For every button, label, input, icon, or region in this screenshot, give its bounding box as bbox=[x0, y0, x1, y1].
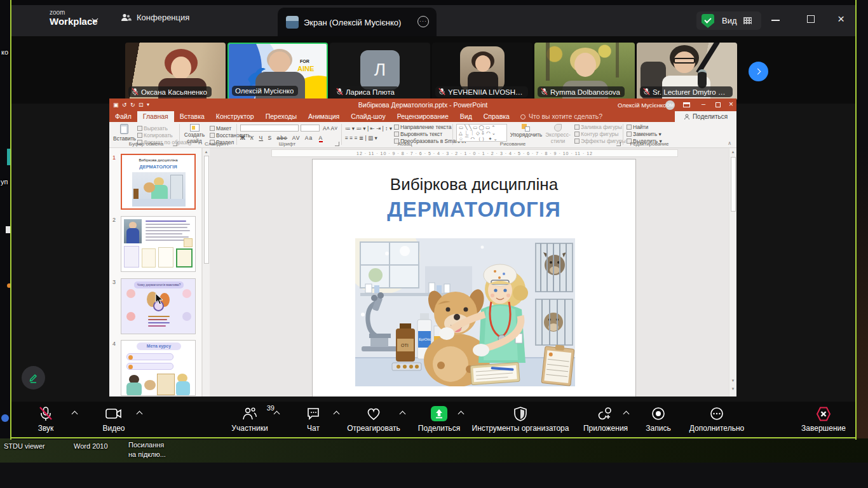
quick-styles-button[interactable]: Экспресс-стили bbox=[544, 124, 572, 144]
end-meeting-button[interactable]: Завершение bbox=[793, 405, 854, 433]
ppt-account-avatar[interactable]: ОМ bbox=[665, 100, 675, 110]
tab-design[interactable]: Конструктор bbox=[210, 111, 260, 122]
desktop-icon-label-word[interactable]: Word 2010 bbox=[74, 442, 108, 450]
tab-help[interactable]: Справка bbox=[478, 111, 515, 122]
shape-outline-button[interactable]: Контур фигуры bbox=[574, 131, 618, 137]
char-spacing-button[interactable]: AV bbox=[292, 135, 301, 141]
italic-button[interactable]: К bbox=[250, 135, 254, 141]
change-case-button[interactable]: Aa bbox=[305, 135, 313, 141]
more-button[interactable]: Дополнительно bbox=[682, 405, 751, 433]
slide-subtitle[interactable]: Вибіркова дисципліна bbox=[313, 175, 635, 194]
end-icon bbox=[815, 407, 832, 421]
slide-title[interactable]: ДЕРМАТОЛОГІЯ bbox=[313, 198, 635, 222]
ppt-restore-button[interactable] bbox=[715, 102, 721, 107]
text-direction-button[interactable]: Направление текста bbox=[394, 124, 452, 130]
more-icon bbox=[710, 407, 724, 421]
paste-button[interactable]: Вставить bbox=[113, 124, 135, 142]
slide-canvas[interactable]: Вибіркова дисципліна ДЕРМАТОЛОГІЯ bbox=[313, 159, 635, 396]
desktop-icon-label-link[interactable]: Посилання bbox=[128, 441, 164, 449]
ellipsis-icon[interactable]: ··· bbox=[417, 16, 429, 27]
chat-button[interactable]: Чат bbox=[295, 405, 332, 433]
video-tile[interactable]: Rymma Dolbanosova bbox=[534, 43, 635, 100]
video-tile[interactable]: YEVHENIIA LIVOSHC... bbox=[432, 43, 532, 100]
gallery-grid-icon[interactable] bbox=[743, 17, 752, 24]
ppt-minimize-button[interactable]: – bbox=[702, 100, 705, 107]
tab-screen-share[interactable]: Экран (Олексій Мусієнко) ··· bbox=[278, 8, 437, 36]
editor-scrollbar[interactable]: ▴ ▾ ▾ bbox=[729, 148, 736, 396]
view-button[interactable]: Вид bbox=[722, 16, 737, 25]
shadow-button[interactable]: S bbox=[268, 135, 273, 141]
collapse-ribbon-icon[interactable]: ∧ bbox=[728, 140, 731, 146]
video-tile[interactable]: Л Лариса Плюта bbox=[330, 43, 430, 100]
slide-illustration[interactable]: OTI EpiOtic bbox=[355, 238, 575, 386]
layout-button[interactable]: Макет bbox=[210, 125, 231, 132]
video-options-chevron[interactable] bbox=[137, 411, 143, 417]
video-tile[interactable]: Оксана Касьяненко bbox=[125, 43, 226, 100]
scroll-up-icon[interactable]: ▴ bbox=[203, 149, 210, 154]
align-row[interactable]: ≡ ≡ ≡ ≣ | ▥ ▾ bbox=[345, 135, 377, 141]
grow-font-button[interactable]: A˄ A˅ bbox=[323, 125, 337, 132]
group-editing: Редактирование bbox=[618, 141, 681, 147]
ppt-share-button[interactable]: Поделиться bbox=[693, 113, 728, 120]
ribbon-display-icon[interactable] bbox=[683, 102, 690, 107]
cut-button[interactable]: Вырезать bbox=[137, 125, 168, 132]
desktop-icon-label-stdu[interactable]: STDU viewer bbox=[4, 442, 45, 450]
tab-file[interactable]: Файл bbox=[109, 111, 137, 122]
audio-button[interactable]: Звук bbox=[25, 405, 66, 433]
participants-icon bbox=[242, 407, 257, 421]
annotate-button[interactable] bbox=[22, 366, 45, 390]
ppt-close-button[interactable]: × bbox=[729, 100, 733, 109]
underline-button[interactable]: Ч bbox=[259, 135, 263, 141]
thumbnail-scrollbar[interactable]: ▴ bbox=[202, 148, 210, 396]
dialog-launcher-icon[interactable] bbox=[335, 142, 339, 146]
next-slide-icon[interactable]: ▾ bbox=[729, 386, 736, 391]
bold-button[interactable]: Ж bbox=[240, 135, 246, 141]
slide-thumbnail-2[interactable] bbox=[121, 216, 196, 272]
ppt-share-area[interactable]: Поделиться bbox=[675, 111, 736, 122]
react-button[interactable]: Отреагировать bbox=[337, 405, 410, 433]
tell-me-box[interactable]: Что вы хотите сделать? bbox=[529, 111, 608, 122]
shape-fill-button[interactable]: Заливка фигуры bbox=[574, 124, 622, 130]
copy-button[interactable]: Копировать bbox=[137, 132, 173, 139]
tab-view[interactable]: Вид bbox=[454, 111, 478, 122]
ppt-account-name[interactable]: Олексій Мусієнко bbox=[618, 102, 666, 109]
audio-options-chevron[interactable] bbox=[72, 411, 78, 417]
tab-review[interactable]: Рецензирование bbox=[391, 111, 454, 122]
video-tile[interactable]: Sr. Lecturer Dmytro K... bbox=[637, 43, 737, 100]
shapes-gallery[interactable]: ▭ ╲ ╲ ▭ ◯ ▭ ⌃△ ⎿ ⏋ ◇ ⇩ ◠ ⌄☆ ⌒ ◠ （ ） ✦ ⌄ bbox=[456, 124, 507, 142]
desktop-icon-label-link2[interactable]: на підклю... bbox=[128, 451, 166, 458]
tab-animations[interactable]: Анимация bbox=[302, 111, 345, 122]
tab-insert[interactable]: Вставка bbox=[174, 111, 210, 122]
record-button[interactable]: Запись bbox=[639, 405, 677, 433]
arrange-button[interactable]: Упорядочить bbox=[510, 124, 543, 138]
close-button[interactable]: × bbox=[837, 12, 844, 26]
font-size-select[interactable] bbox=[301, 125, 320, 132]
slide-thumbnail-4[interactable]: Мета курсу bbox=[121, 340, 196, 396]
lists-row[interactable]: ≔ ▾ ≕ ▾ | ⇤ ⇥ | ↕ ▾ bbox=[345, 125, 392, 132]
scroll-up-icon[interactable]: ▴ bbox=[729, 149, 736, 154]
tab-transitions[interactable]: Переходы bbox=[260, 111, 302, 122]
apps-button[interactable]: Приложения bbox=[579, 405, 632, 433]
find-button[interactable]: Найти bbox=[627, 124, 648, 130]
font-name-select[interactable] bbox=[240, 125, 299, 132]
slide-thumbnail-3[interactable]: Чому дерматологія важлива? bbox=[121, 278, 196, 334]
slide-thumbnail-1[interactable]: Вибіркова дисципліна ДЕРМАТОЛОГІЯ bbox=[121, 154, 196, 210]
video-tile-active[interactable]: FOR AINE Олексій Мусієнко bbox=[227, 43, 328, 100]
align-text-button[interactable]: Выровнять текст bbox=[394, 131, 442, 137]
tab-meeting[interactable]: Конференция bbox=[121, 13, 189, 22]
share-button[interactable]: Поделиться bbox=[412, 405, 466, 433]
prev-slide-icon[interactable]: ▾ bbox=[729, 378, 736, 383]
video-button[interactable]: Видео bbox=[92, 405, 136, 433]
participants-button[interactable]: 39 Участники bbox=[220, 405, 280, 433]
group-drawing: Рисование bbox=[484, 141, 541, 147]
replace-button[interactable]: Заменить ▾ bbox=[627, 131, 661, 137]
strikethrough-button[interactable]: abc bbox=[277, 135, 288, 141]
next-participants-button[interactable] bbox=[749, 62, 768, 81]
maximize-button[interactable] bbox=[807, 15, 815, 23]
dialog-launcher-icon[interactable] bbox=[173, 142, 177, 146]
minimize-button[interactable] bbox=[771, 20, 780, 21]
tab-home[interactable]: Главная bbox=[137, 111, 174, 122]
host-tools-button[interactable]: Инструменты организатора bbox=[466, 405, 574, 433]
font-toggle-row: Ж К Ч S abc AV Aa A bbox=[240, 135, 323, 141]
tab-slideshow[interactable]: Слайд-шоу bbox=[345, 111, 391, 122]
